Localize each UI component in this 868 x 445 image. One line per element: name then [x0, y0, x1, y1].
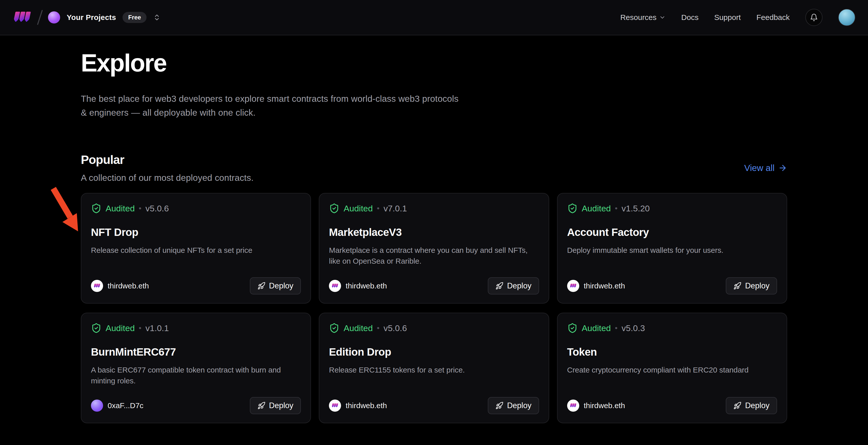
purple-gradient-avatar	[91, 400, 103, 412]
publisher-name: thirdweb.eth	[107, 282, 149, 290]
main-content: Explore The best place for web3 develope…	[0, 35, 868, 423]
shield-check-icon	[567, 203, 578, 214]
publisher[interactable]: thirdweb.eth	[567, 400, 625, 412]
contract-description: Create cryptocurrency compliant with ERC…	[567, 365, 777, 376]
card-badge-row: Audited • v1.0.1	[91, 323, 301, 333]
rocket-icon	[495, 402, 503, 410]
nav-feedback-label: Feedback	[756, 13, 790, 22]
notifications-button[interactable]	[805, 9, 823, 26]
deploy-button[interactable]: Deploy	[726, 277, 777, 294]
shield-check-icon	[91, 203, 101, 214]
audited-label: Audited	[582, 203, 611, 214]
contract-version: v5.0.6	[383, 323, 407, 333]
audited-label: Audited	[105, 203, 135, 214]
shield-check-icon	[567, 323, 578, 333]
thirdweb-logo-avatar	[91, 280, 103, 292]
plan-badge: Free	[123, 12, 147, 23]
contract-card[interactable]: Audited • v1.0.1 BurnMintERC677 A basic …	[81, 313, 311, 423]
contract-description: Marketplace is a contract where you can …	[329, 245, 539, 266]
publisher-name: 0xaF...D7c	[107, 401, 144, 410]
card-footer: thirdweb.eth Deploy	[329, 277, 539, 294]
arrow-right-icon	[778, 163, 787, 172]
deploy-button[interactable]: Deploy	[488, 397, 539, 414]
shield-check-icon	[91, 323, 101, 333]
contract-description: Release collection of unique NFTs for a …	[91, 245, 301, 256]
dot-separator: •	[615, 204, 618, 212]
popular-title: Popular	[81, 153, 254, 167]
contract-card[interactable]: Audited • v1.5.20 Account Factory Deploy…	[557, 193, 787, 304]
publisher[interactable]: thirdweb.eth	[91, 280, 149, 292]
deploy-button[interactable]: Deploy	[250, 277, 301, 294]
nav-feedback[interactable]: Feedback	[756, 13, 790, 22]
nav-resources-label: Resources	[620, 13, 656, 22]
card-footer: thirdweb.eth Deploy	[91, 277, 301, 294]
contract-description: Release ERC1155 tokens for a set price.	[329, 365, 539, 376]
project-switcher-chevrons-icon[interactable]	[153, 13, 161, 21]
contract-description: A basic ERC677 compatible token contract…	[91, 365, 301, 386]
popular-section-header: Popular A collection of our most deploye…	[81, 153, 787, 183]
publisher[interactable]: thirdweb.eth	[567, 280, 625, 292]
deploy-label: Deploy	[507, 401, 531, 410]
shield-check-icon	[329, 323, 340, 333]
audited-label: Audited	[344, 323, 373, 333]
card-badge-row: Audited • v1.5.20	[567, 203, 777, 214]
publisher-name: thirdweb.eth	[346, 401, 387, 410]
deploy-button[interactable]: Deploy	[488, 277, 539, 294]
audited-label: Audited	[105, 323, 135, 333]
contract-description: Deploy immutable smart wallets for your …	[567, 245, 777, 256]
contract-card[interactable]: Audited • v5.0.6 Edition Drop Release ER…	[319, 313, 549, 423]
contract-title[interactable]: NFT Drop	[91, 226, 301, 239]
deploy-label: Deploy	[745, 401, 770, 410]
publisher[interactable]: thirdweb.eth	[329, 400, 387, 412]
thirdweb-logo-avatar	[567, 400, 579, 412]
nav-docs-label: Docs	[681, 13, 699, 22]
rocket-icon	[733, 402, 741, 410]
thirdweb-logo-avatar	[567, 280, 579, 292]
deploy-label: Deploy	[507, 281, 531, 290]
project-avatar[interactable]	[48, 11, 60, 24]
contract-card[interactable]: Audited • v5.0.3 Token Create cryptocurr…	[557, 313, 787, 423]
breadcrumb-slash-divider	[37, 10, 43, 25]
deploy-button[interactable]: Deploy	[250, 397, 301, 414]
rocket-icon	[257, 402, 266, 410]
rocket-icon	[495, 282, 503, 290]
contract-title[interactable]: Token	[567, 346, 777, 358]
contract-card[interactable]: Audited • v7.0.1 MarketplaceV3 Marketpla…	[319, 193, 549, 304]
view-all-link[interactable]: View all	[744, 163, 787, 173]
deploy-label: Deploy	[269, 401, 293, 410]
card-badge-row: Audited • v7.0.1	[329, 203, 539, 214]
publisher[interactable]: thirdweb.eth	[329, 280, 387, 292]
deploy-label: Deploy	[745, 281, 770, 290]
thirdweb-logo-avatar	[329, 280, 341, 292]
contract-card[interactable]: Audited • v5.0.6 NFT Drop Release collec…	[81, 193, 311, 304]
top-navigation-bar: Your Projects Free Resources Docs Suppor…	[0, 0, 868, 35]
card-badge-row: Audited • v5.0.6	[329, 323, 539, 333]
cards-grid: Audited • v5.0.6 NFT Drop Release collec…	[81, 193, 787, 423]
user-avatar[interactable]	[838, 9, 856, 26]
dot-separator: •	[139, 324, 142, 332]
project-name[interactable]: Your Projects	[67, 13, 116, 22]
card-badge-row: Audited • v5.0.3	[567, 323, 777, 333]
contract-title[interactable]: BurnMintERC677	[91, 346, 301, 358]
contract-title[interactable]: Edition Drop	[329, 346, 539, 358]
contract-title[interactable]: MarketplaceV3	[329, 226, 539, 239]
nav-docs[interactable]: Docs	[681, 13, 699, 22]
audited-label: Audited	[582, 323, 611, 333]
nav-support[interactable]: Support	[714, 13, 741, 22]
contract-title[interactable]: Account Factory	[567, 226, 777, 239]
thirdweb-logo-icon[interactable]	[12, 11, 32, 24]
rocket-icon	[257, 282, 266, 290]
contract-version: v1.0.1	[146, 323, 169, 333]
publisher[interactable]: 0xaF...D7c	[91, 400, 144, 412]
nav-support-label: Support	[714, 13, 741, 22]
page-description: The best place for web3 developers to ex…	[81, 92, 460, 120]
dot-separator: •	[377, 324, 380, 332]
popular-subtitle: A collection of our most deployed contra…	[81, 173, 254, 183]
audited-label: Audited	[344, 203, 373, 214]
bell-icon	[810, 13, 818, 22]
publisher-name: thirdweb.eth	[584, 282, 625, 290]
contract-version: v5.0.3	[622, 323, 645, 333]
thirdweb-logo-avatar	[329, 400, 341, 412]
nav-resources[interactable]: Resources	[620, 13, 665, 22]
deploy-button[interactable]: Deploy	[726, 397, 777, 414]
